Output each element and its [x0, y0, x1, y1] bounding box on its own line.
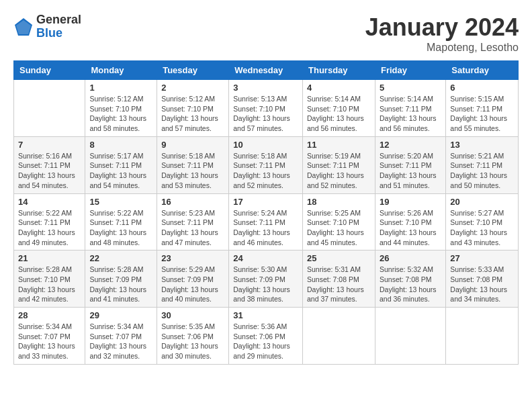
- day-info: Sunrise: 5:22 AM Sunset: 7:11 PM Dayligh…: [18, 208, 81, 248]
- calendar-cell: [14, 80, 85, 137]
- calendar-week-row: 21Sunrise: 5:28 AM Sunset: 7:10 PM Dayli…: [14, 250, 519, 308]
- day-number: 8: [89, 140, 152, 150]
- calendar-cell: 6Sunrise: 5:15 AM Sunset: 7:11 PM Daylig…: [446, 80, 519, 137]
- weekday-header: Sunday: [14, 61, 85, 80]
- calendar-cell: [446, 308, 519, 365]
- day-number: 28: [18, 310, 81, 320]
- day-info: Sunrise: 5:12 AM Sunset: 7:10 PM Dayligh…: [161, 94, 224, 134]
- calendar-cell: 11Sunrise: 5:19 AM Sunset: 7:11 PM Dayli…: [303, 136, 375, 193]
- day-info: Sunrise: 5:28 AM Sunset: 7:10 PM Dayligh…: [18, 265, 81, 304]
- day-number: 14: [18, 197, 81, 207]
- day-info: Sunrise: 5:35 AM Sunset: 7:06 PM Dayligh…: [161, 322, 224, 361]
- day-info: Sunrise: 5:30 AM Sunset: 7:09 PM Dayligh…: [233, 265, 298, 304]
- day-info: Sunrise: 5:13 AM Sunset: 7:10 PM Dayligh…: [233, 94, 298, 134]
- logo-general: General: [36, 13, 81, 27]
- day-number: 15: [89, 197, 152, 207]
- calendar-cell: 4Sunrise: 5:14 AM Sunset: 7:10 PM Daylig…: [303, 80, 375, 137]
- calendar-cell: 15Sunrise: 5:22 AM Sunset: 7:11 PM Dayli…: [85, 193, 157, 250]
- logo: General Blue: [13, 13, 81, 40]
- day-info: Sunrise: 5:20 AM Sunset: 7:11 PM Dayligh…: [380, 151, 441, 191]
- day-number: 3: [233, 83, 298, 93]
- day-number: 11: [307, 140, 371, 150]
- weekday-header: Tuesday: [157, 61, 229, 80]
- calendar-cell: 3Sunrise: 5:13 AM Sunset: 7:10 PM Daylig…: [229, 80, 303, 137]
- day-number: 12: [380, 140, 441, 150]
- day-number: 13: [450, 140, 514, 150]
- calendar-cell: 16Sunrise: 5:23 AM Sunset: 7:11 PM Dayli…: [157, 193, 229, 250]
- calendar-cell: 30Sunrise: 5:35 AM Sunset: 7:06 PM Dayli…: [157, 308, 229, 365]
- calendar-week-row: 28Sunrise: 5:34 AM Sunset: 7:07 PM Dayli…: [14, 308, 519, 365]
- calendar-cell: [303, 308, 375, 365]
- calendar-cell: 29Sunrise: 5:34 AM Sunset: 7:07 PM Dayli…: [85, 308, 157, 365]
- calendar-cell: 5Sunrise: 5:14 AM Sunset: 7:11 PM Daylig…: [375, 80, 445, 137]
- calendar-cell: 31Sunrise: 5:36 AM Sunset: 7:06 PM Dayli…: [229, 308, 303, 365]
- day-info: Sunrise: 5:24 AM Sunset: 7:11 PM Dayligh…: [233, 208, 298, 248]
- day-info: Sunrise: 5:23 AM Sunset: 7:11 PM Dayligh…: [161, 208, 224, 248]
- day-number: 19: [380, 197, 441, 207]
- logo-icon: [13, 17, 34, 37]
- calendar-week-row: 14Sunrise: 5:22 AM Sunset: 7:11 PM Dayli…: [14, 193, 519, 250]
- weekday-header: Saturday: [446, 61, 519, 80]
- calendar-header-row: SundayMondayTuesdayWednesdayThursdayFrid…: [14, 61, 519, 80]
- day-info: Sunrise: 5:17 AM Sunset: 7:11 PM Dayligh…: [89, 151, 152, 191]
- day-info: Sunrise: 5:16 AM Sunset: 7:11 PM Dayligh…: [18, 151, 81, 191]
- day-info: Sunrise: 5:14 AM Sunset: 7:10 PM Dayligh…: [307, 94, 371, 134]
- logo-blue: Blue: [36, 27, 81, 40]
- day-number: 24: [233, 253, 298, 263]
- calendar-cell: 1Sunrise: 5:12 AM Sunset: 7:10 PM Daylig…: [85, 80, 157, 137]
- day-number: 30: [161, 310, 224, 320]
- day-info: Sunrise: 5:14 AM Sunset: 7:11 PM Dayligh…: [380, 94, 441, 134]
- weekday-header: Thursday: [303, 61, 375, 80]
- calendar-cell: 8Sunrise: 5:17 AM Sunset: 7:11 PM Daylig…: [85, 136, 157, 193]
- day-number: 6: [450, 83, 514, 93]
- day-info: Sunrise: 5:19 AM Sunset: 7:11 PM Dayligh…: [307, 151, 371, 191]
- weekday-header: Friday: [375, 61, 445, 80]
- calendar-cell: 23Sunrise: 5:29 AM Sunset: 7:09 PM Dayli…: [157, 250, 229, 308]
- day-info: Sunrise: 5:22 AM Sunset: 7:11 PM Dayligh…: [89, 208, 152, 248]
- calendar-cell: 12Sunrise: 5:20 AM Sunset: 7:11 PM Dayli…: [375, 136, 445, 193]
- day-info: Sunrise: 5:33 AM Sunset: 7:08 PM Dayligh…: [450, 265, 514, 304]
- weekday-header: Monday: [85, 61, 157, 80]
- calendar-cell: 2Sunrise: 5:12 AM Sunset: 7:10 PM Daylig…: [157, 80, 229, 137]
- calendar-cell: 21Sunrise: 5:28 AM Sunset: 7:10 PM Dayli…: [14, 250, 85, 308]
- day-number: 5: [380, 83, 441, 93]
- day-number: 7: [18, 140, 81, 150]
- calendar-cell: 27Sunrise: 5:33 AM Sunset: 7:08 PM Dayli…: [446, 250, 519, 308]
- day-number: 10: [233, 140, 298, 150]
- calendar-cell: 19Sunrise: 5:26 AM Sunset: 7:10 PM Dayli…: [375, 193, 445, 250]
- day-info: Sunrise: 5:36 AM Sunset: 7:06 PM Dayligh…: [233, 322, 298, 361]
- page-header: General Blue January 2024 Mapoteng, Leso…: [13, 13, 519, 54]
- day-info: Sunrise: 5:31 AM Sunset: 7:08 PM Dayligh…: [307, 265, 371, 304]
- calendar-cell: 28Sunrise: 5:34 AM Sunset: 7:07 PM Dayli…: [14, 308, 85, 365]
- calendar-cell: 10Sunrise: 5:18 AM Sunset: 7:11 PM Dayli…: [229, 136, 303, 193]
- day-number: 23: [161, 253, 224, 263]
- calendar-cell: 25Sunrise: 5:31 AM Sunset: 7:08 PM Dayli…: [303, 250, 375, 308]
- calendar-week-row: 1Sunrise: 5:12 AM Sunset: 7:10 PM Daylig…: [14, 80, 519, 137]
- calendar-cell: 26Sunrise: 5:32 AM Sunset: 7:08 PM Dayli…: [375, 250, 445, 308]
- day-info: Sunrise: 5:34 AM Sunset: 7:07 PM Dayligh…: [18, 322, 81, 361]
- calendar-cell: 24Sunrise: 5:30 AM Sunset: 7:09 PM Dayli…: [229, 250, 303, 308]
- day-info: Sunrise: 5:15 AM Sunset: 7:11 PM Dayligh…: [450, 94, 514, 134]
- calendar-cell: [375, 308, 445, 365]
- day-info: Sunrise: 5:21 AM Sunset: 7:11 PM Dayligh…: [450, 151, 514, 191]
- day-number: 16: [161, 197, 224, 207]
- day-info: Sunrise: 5:34 AM Sunset: 7:07 PM Dayligh…: [89, 322, 152, 361]
- weekday-header: Wednesday: [229, 61, 303, 80]
- calendar-week-row: 7Sunrise: 5:16 AM Sunset: 7:11 PM Daylig…: [14, 136, 519, 193]
- calendar-cell: 17Sunrise: 5:24 AM Sunset: 7:11 PM Dayli…: [229, 193, 303, 250]
- day-number: 21: [18, 253, 81, 263]
- day-number: 22: [89, 253, 152, 263]
- day-info: Sunrise: 5:18 AM Sunset: 7:11 PM Dayligh…: [161, 151, 224, 191]
- day-info: Sunrise: 5:25 AM Sunset: 7:10 PM Dayligh…: [307, 208, 371, 248]
- day-number: 25: [307, 253, 371, 263]
- day-info: Sunrise: 5:32 AM Sunset: 7:08 PM Dayligh…: [380, 265, 441, 304]
- calendar-cell: 22Sunrise: 5:28 AM Sunset: 7:09 PM Dayli…: [85, 250, 157, 308]
- calendar-cell: 14Sunrise: 5:22 AM Sunset: 7:11 PM Dayli…: [14, 193, 85, 250]
- day-info: Sunrise: 5:28 AM Sunset: 7:09 PM Dayligh…: [89, 265, 152, 304]
- calendar-cell: 18Sunrise: 5:25 AM Sunset: 7:10 PM Dayli…: [303, 193, 375, 250]
- day-info: Sunrise: 5:27 AM Sunset: 7:10 PM Dayligh…: [450, 208, 514, 248]
- day-info: Sunrise: 5:26 AM Sunset: 7:10 PM Dayligh…: [380, 208, 441, 248]
- calendar-cell: 7Sunrise: 5:16 AM Sunset: 7:11 PM Daylig…: [14, 136, 85, 193]
- month-title: January 2024: [365, 13, 519, 42]
- calendar-cell: 13Sunrise: 5:21 AM Sunset: 7:11 PM Dayli…: [446, 136, 519, 193]
